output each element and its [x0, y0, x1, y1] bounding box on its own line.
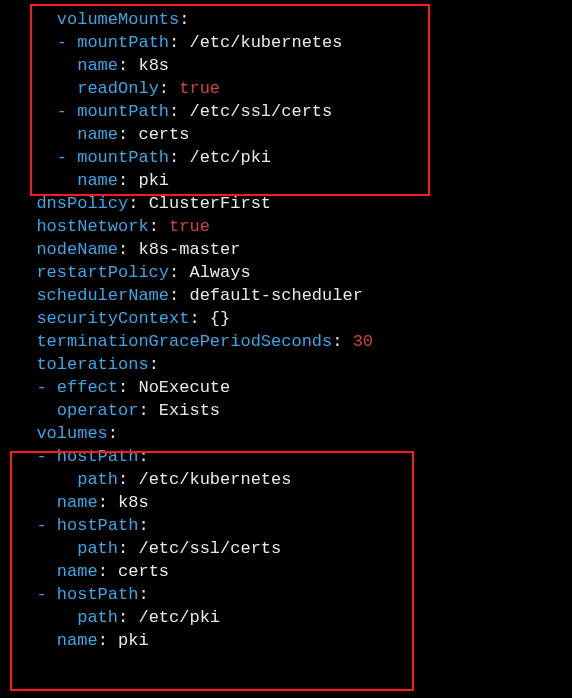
code-line: - mountPath: /etc/kubernetes — [0, 31, 572, 54]
code-line: volumeMounts: — [0, 8, 572, 31]
code-line: - effect: NoExecute — [0, 376, 572, 399]
code-line: path: /etc/pki — [0, 606, 572, 629]
code-line: name: k8s — [0, 491, 572, 514]
code-line: name: certs — [0, 123, 572, 146]
code-line: tolerations: — [0, 353, 572, 376]
code-line: volumes: — [0, 422, 572, 445]
yaml-code-block: volumeMounts: - mountPath: /etc/kubernet… — [0, 0, 572, 652]
code-line: hostNetwork: true — [0, 215, 572, 238]
code-line: name: pki — [0, 169, 572, 192]
code-line: schedulerName: default-scheduler — [0, 284, 572, 307]
code-line: nodeName: k8s-master — [0, 238, 572, 261]
code-line: dnsPolicy: ClusterFirst — [0, 192, 572, 215]
code-line: securityContext: {} — [0, 307, 572, 330]
code-line: name: certs — [0, 560, 572, 583]
code-line: - hostPath: — [0, 445, 572, 468]
code-line: - mountPath: /etc/pki — [0, 146, 572, 169]
code-line: terminationGracePeriodSeconds: 30 — [0, 330, 572, 353]
code-line: - mountPath: /etc/ssl/certs — [0, 100, 572, 123]
code-line: name: pki — [0, 629, 572, 652]
code-line: - hostPath: — [0, 583, 572, 606]
code-line: name: k8s — [0, 54, 572, 77]
code-line: operator: Exists — [0, 399, 572, 422]
code-line: path: /etc/kubernetes — [0, 468, 572, 491]
code-line: readOnly: true — [0, 77, 572, 100]
code-line: - hostPath: — [0, 514, 572, 537]
code-line: path: /etc/ssl/certs — [0, 537, 572, 560]
code-line: restartPolicy: Always — [0, 261, 572, 284]
